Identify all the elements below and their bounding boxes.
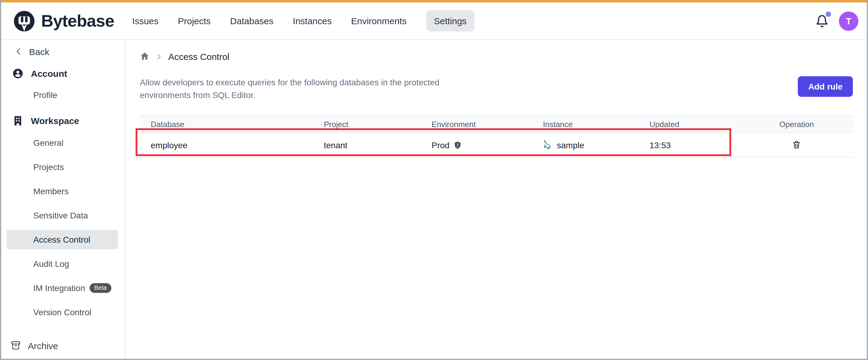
cell-project: tenant (324, 140, 432, 150)
sidebar-item-sensitive-data[interactable]: Sensitive Data (7, 206, 118, 225)
nav-item-databases[interactable]: Databases (230, 16, 273, 26)
notification-bell-button[interactable] (815, 13, 829, 28)
description-row: Allow developers to execute queries for … (140, 76, 853, 102)
column-header-project: Project (324, 120, 432, 129)
top-accent-bar (1, 0, 867, 2)
navbar-right: T (815, 11, 858, 31)
column-header-operation: Operation (740, 120, 853, 129)
archive-label: Archive (28, 340, 58, 351)
cell-instance: sample (543, 140, 650, 150)
back-button[interactable]: Back (1, 43, 125, 59)
bytebase-logo-icon (13, 9, 36, 32)
sidebar-section-workspace[interactable]: Workspace (1, 110, 125, 131)
sidebar-item-label: IM Integration (33, 283, 85, 293)
column-header-updated: Updated (650, 120, 740, 129)
breadcrumb: Access Control (140, 51, 853, 62)
cell-environment: Prod (432, 140, 543, 150)
trash-icon (792, 139, 801, 149)
page-scale-wrapper: Bytebase Issues Projects Databases Insta… (0, 0, 868, 360)
environment-label: Prod (432, 140, 450, 150)
breadcrumb-home-button[interactable] (140, 52, 150, 61)
main-nav: Issues Projects Databases Instances Envi… (132, 10, 474, 31)
sidebar-item-general[interactable]: General (7, 133, 118, 153)
sidebar-section-label: Workspace (31, 115, 79, 126)
delete-rule-button[interactable] (740, 139, 853, 150)
nav-item-environments[interactable]: Environments (351, 16, 406, 26)
user-avatar[interactable]: T (839, 11, 858, 31)
settings-sidebar: Back Account Profile Wor (1, 40, 125, 359)
sidebar-item-version-control[interactable]: Version Control (7, 302, 118, 322)
brand-wordmark: Bytebase (41, 11, 114, 31)
cell-operation (740, 139, 853, 151)
sidebar-item-projects[interactable]: Projects (7, 157, 118, 177)
access-rules-table: Database Project Environment Instance Up… (140, 115, 853, 157)
column-header-instance: Instance (543, 120, 650, 129)
chevron-right-icon (155, 52, 163, 60)
column-header-database: Database (140, 120, 324, 129)
table-header-row: Database Project Environment Instance Up… (140, 115, 853, 133)
nav-item-issues[interactable]: Issues (132, 16, 159, 26)
sidebar-item-archive[interactable]: Archive (1, 335, 125, 356)
nav-item-instances[interactable]: Instances (293, 16, 332, 26)
table-row[interactable]: employee tenant Prod (140, 133, 853, 157)
notification-dot (826, 11, 831, 17)
app-window: Bytebase Issues Projects Databases Insta… (0, 0, 868, 360)
add-rule-button[interactable]: Add rule (798, 76, 853, 97)
sidebar-item-access-control[interactable]: Access Control (7, 230, 118, 249)
mysql-dolphin-icon (543, 140, 553, 150)
bytebase-logo[interactable]: Bytebase (13, 9, 114, 32)
main-content: Access Control Allow developers to execu… (125, 40, 867, 359)
chevron-left-icon (14, 47, 23, 56)
page-title: Access Control (168, 51, 229, 61)
sidebar-section-label: Account (31, 68, 67, 78)
sidebar-item-audit-log[interactable]: Audit Log (7, 254, 118, 273)
top-navbar: Bytebase Issues Projects Databases Insta… (1, 2, 867, 40)
body-row: Back Account Profile Wor (1, 40, 867, 359)
cell-database: employee (140, 140, 324, 150)
sidebar-item-im-integration[interactable]: IM Integration Beta (7, 278, 118, 298)
beta-badge: Beta (89, 283, 112, 293)
user-circle-icon (12, 67, 24, 79)
archive-box-icon (10, 340, 21, 351)
nav-item-projects[interactable]: Projects (178, 16, 211, 26)
cell-updated: 13:53 (650, 140, 740, 150)
shield-alert-icon (453, 141, 462, 149)
nav-item-settings[interactable]: Settings (426, 10, 474, 31)
sidebar-item-members[interactable]: Members (7, 182, 118, 201)
back-label: Back (29, 46, 49, 57)
sidebar-section-account[interactable]: Account (1, 63, 125, 84)
instance-label: sample (557, 140, 584, 150)
building-icon (12, 114, 24, 126)
column-header-environment: Environment (432, 120, 543, 129)
home-icon (140, 52, 150, 61)
sidebar-item-profile[interactable]: Profile (7, 84, 118, 106)
sidebar-spacer (1, 324, 125, 335)
page-description: Allow developers to execute queries for … (140, 76, 470, 102)
